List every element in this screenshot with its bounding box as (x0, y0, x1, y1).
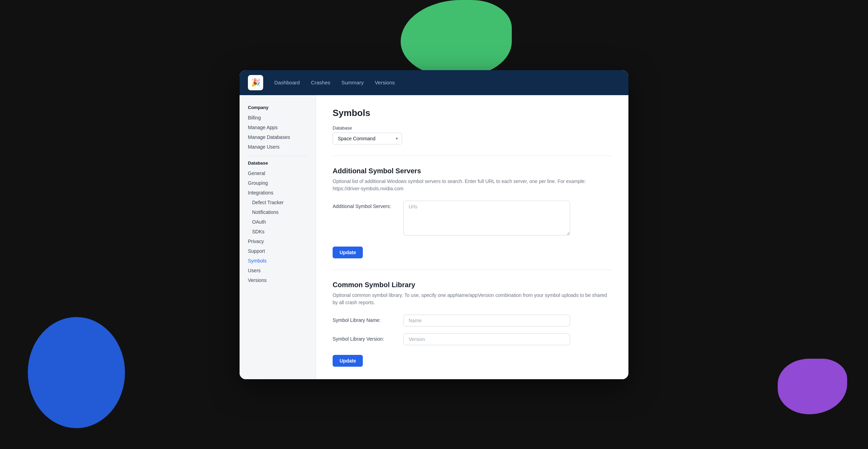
symbol-library-name-input-wrapper (403, 315, 612, 326)
sidebar-item-support[interactable]: Support (240, 246, 316, 256)
sidebar-item-oauth[interactable]: OAuth (240, 217, 316, 227)
sidebar-item-notifications[interactable]: Notifications (240, 207, 316, 217)
symbol-library-name-label: Symbol Library Name: (333, 315, 395, 323)
logo: 🎉 (248, 75, 263, 90)
additional-symbol-servers-row: Additional Symbol Servers: (333, 201, 612, 237)
sidebar-item-billing[interactable]: Billing (240, 113, 316, 123)
topnav-links: Dashboard Crashes Summary Versions (274, 80, 395, 85)
database-field: Database Space Command Other Database ▾ (333, 125, 612, 144)
database-section-label: Database (240, 160, 316, 168)
common-symbol-library-title: Common Symbol Library (333, 281, 612, 289)
sidebar: Company Billing Manage Apps Manage Datab… (240, 95, 316, 379)
additional-symbol-servers-desc: Optional list of additional Windows symb… (333, 178, 612, 192)
common-symbol-library-section: Common Symbol Library Optional common sy… (333, 281, 612, 367)
additional-symbol-servers-update-button[interactable]: Update (333, 247, 363, 258)
database-select-wrapper: Space Command Other Database ▾ (333, 133, 402, 144)
page-title: Symbols (333, 108, 612, 118)
additional-symbol-servers-title: Additional Symbol Servers (333, 167, 612, 175)
sidebar-item-defect-tracker[interactable]: Defect Tracker (240, 198, 316, 207)
database-field-label: Database (333, 125, 612, 131)
sidebar-item-manage-databases[interactable]: Manage Databases (240, 132, 316, 142)
company-section-label: Company (240, 105, 316, 113)
additional-symbol-servers-textarea[interactable] (403, 201, 570, 235)
additional-symbol-servers-label: Additional Symbol Servers: (333, 201, 395, 209)
nav-versions[interactable]: Versions (375, 80, 395, 85)
symbol-library-name-row: Symbol Library Name: (333, 315, 612, 326)
sidebar-item-integrations[interactable]: Integrations (240, 188, 316, 198)
symbol-library-name-input[interactable] (403, 315, 570, 326)
nav-summary[interactable]: Summary (341, 80, 364, 85)
sidebar-item-sdks[interactable]: SDKs (240, 227, 316, 236)
blob-green-top (401, 0, 512, 76)
body-layout: Company Billing Manage Apps Manage Datab… (240, 95, 628, 379)
symbol-library-version-label: Symbol Library Version: (333, 333, 395, 342)
symbol-library-version-row: Symbol Library Version: (333, 333, 612, 345)
common-symbol-library-desc: Optional common symbol library. To use, … (333, 292, 612, 306)
common-symbol-library-update-button[interactable]: Update (333, 355, 363, 367)
sidebar-item-privacy[interactable]: Privacy (240, 236, 316, 246)
sidebar-item-manage-users[interactable]: Manage Users (240, 142, 316, 152)
main-content: Symbols Database Space Command Other Dat… (316, 95, 628, 379)
sidebar-item-symbols[interactable]: Symbols (240, 256, 316, 266)
symbol-library-version-input[interactable] (403, 333, 570, 345)
blob-blue-left (28, 317, 125, 428)
additional-symbol-servers-input-wrapper (403, 201, 612, 237)
sidebar-item-general[interactable]: General (240, 168, 316, 178)
section-divider-2 (333, 269, 612, 270)
section-divider-1 (333, 156, 612, 156)
logo-icon: 🎉 (251, 78, 260, 87)
sidebar-item-versions[interactable]: Versions (240, 275, 316, 285)
nav-crashes[interactable]: Crashes (311, 80, 330, 85)
main-window: 🎉 Dashboard Crashes Summary Versions Com… (240, 70, 628, 379)
nav-dashboard[interactable]: Dashboard (274, 80, 300, 85)
sidebar-item-manage-apps[interactable]: Manage Apps (240, 123, 316, 132)
sidebar-divider (248, 156, 307, 156)
blob-purple-right (778, 359, 847, 414)
additional-symbol-servers-section: Additional Symbol Servers Optional list … (333, 167, 612, 258)
sidebar-item-users[interactable]: Users (240, 266, 316, 275)
database-select[interactable]: Space Command Other Database (333, 133, 402, 144)
symbol-library-version-input-wrapper (403, 333, 612, 345)
sidebar-item-grouping[interactable]: Grouping (240, 178, 316, 188)
topnav: 🎉 Dashboard Crashes Summary Versions (240, 70, 628, 95)
